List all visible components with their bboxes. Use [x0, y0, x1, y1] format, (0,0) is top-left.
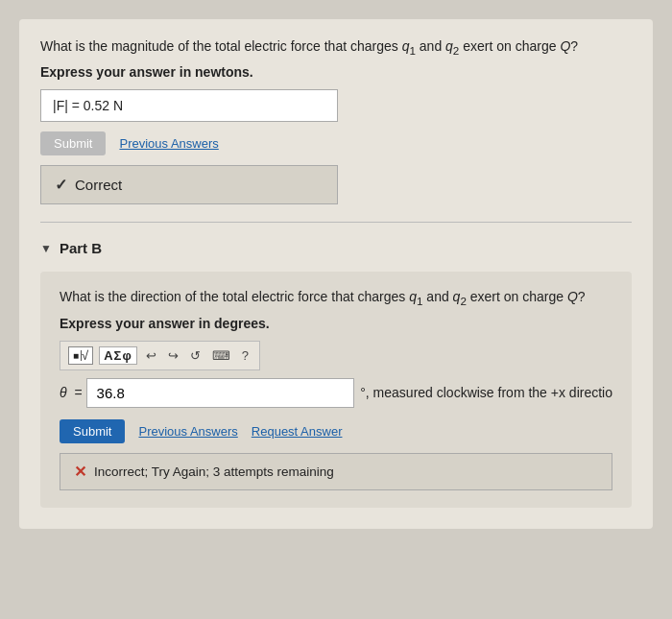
part-b-instruction: Express your answer in degrees. — [60, 316, 612, 331]
equals-sign: = — [71, 385, 86, 400]
correct-box: ✓ Correct — [40, 165, 338, 204]
request-answer-link[interactable]: Request Answer — [252, 424, 343, 439]
part-a-question: What is the magnitude of the total elect… — [40, 36, 632, 59]
degree-suffix: °, measured clockwise from the +x direct… — [360, 385, 612, 400]
part-b-submit-button[interactable]: Submit — [60, 419, 125, 443]
chevron-down-icon: ▼ — [40, 242, 52, 255]
help-icon[interactable]: ? — [239, 347, 252, 364]
sqrt-icon[interactable]: ■√ — [68, 346, 93, 365]
undo-icon[interactable]: ↩ — [143, 347, 159, 364]
theta-input[interactable] — [86, 378, 355, 408]
x-icon: ✕ — [74, 463, 86, 481]
incorrect-label: Incorrect; Try Again; 3 attempts remaini… — [94, 464, 334, 479]
part-a-btn-row: Submit Previous Answers — [40, 131, 632, 155]
theta-label: θ — [60, 385, 67, 400]
theta-row: θ = °, measured clockwise from the +x di… — [60, 378, 612, 408]
part-a-previous-answers-link[interactable]: Previous Answers — [119, 136, 218, 151]
correct-label: Correct — [75, 177, 122, 193]
part-a-instruction: Express your answer in newtons. — [40, 64, 632, 80]
part-a-submit-button[interactable]: Submit — [40, 131, 106, 155]
part-b-previous-answers-link[interactable]: Previous Answers — [138, 424, 237, 439]
part-b-section: ▼ Part B What is the direction of the to… — [40, 240, 632, 507]
part-b-btn-row: Submit Previous Answers Request Answer — [60, 419, 612, 443]
math-toolbar: ■√ ΑΣφ ↩ ↪ ↺ ⌨ ? — [60, 341, 260, 370]
part-b-title: Part B — [60, 240, 102, 256]
sigma-button[interactable]: ΑΣφ — [99, 346, 137, 365]
keyboard-icon[interactable]: ⌨ — [209, 347, 233, 364]
part-a-answer-display: |F| = 0.52 N — [40, 89, 338, 122]
incorrect-box: ✕ Incorrect; Try Again; 3 attempts remai… — [60, 453, 612, 490]
redo-icon[interactable]: ↪ — [165, 347, 181, 364]
part-b-header[interactable]: ▼ Part B — [40, 240, 632, 256]
part-b-inner: What is the direction of the total elect… — [40, 272, 632, 507]
part-b-question: What is the direction of the total elect… — [60, 287, 612, 309]
section-divider — [40, 222, 632, 223]
checkmark-icon: ✓ — [55, 176, 67, 194]
refresh-icon[interactable]: ↺ — [187, 347, 204, 364]
main-card: What is the magnitude of the total elect… — [19, 19, 653, 529]
part-a-section: What is the magnitude of the total elect… — [40, 36, 632, 204]
